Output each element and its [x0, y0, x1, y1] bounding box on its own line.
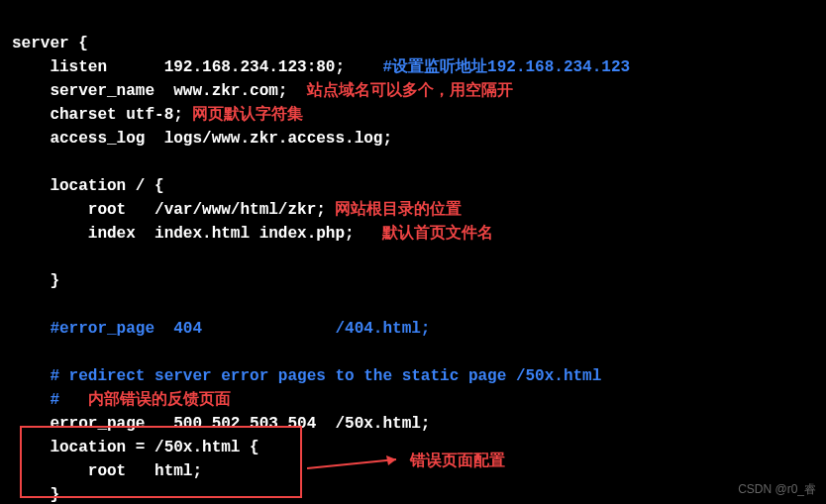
comment-listen: #设置监听地址192.168.234.123: [345, 58, 630, 76]
code-line: listen 192.168.234.123:80;: [12, 58, 345, 76]
code-line: charset utf-8;: [12, 106, 183, 124]
code-line: location / {: [12, 177, 164, 195]
code-comment-hash: #: [12, 391, 59, 409]
comment-server-name: 站点域名可以多个，用空隔开: [287, 82, 512, 100]
code-line: error_page 500 502 503 504 /50x.html;: [12, 415, 430, 433]
comment-index: 默认首页文件名: [355, 225, 494, 243]
code-line: index index.html index.php;: [12, 225, 355, 243]
code-line: server {: [12, 35, 88, 52]
code-comment: #error_page 404 /404.html;: [12, 320, 430, 338]
code-comment: # redirect server error pages to the sta…: [12, 367, 601, 385]
code-line: root /var/www/html/zkr;: [12, 201, 326, 219]
code-line: }: [12, 486, 59, 504]
nginx-config-block: server { listen 192.168.234.123:80; #设置监…: [12, 8, 814, 504]
watermark-text: CSDN @r0_睿: [738, 480, 816, 498]
code-line: access_log logs/www.zkr.access.log;: [12, 130, 392, 148]
code-line: }: [12, 272, 59, 290]
code-line: root html;: [12, 462, 202, 480]
error-page-config-label: 错误页面配置: [410, 450, 505, 473]
comment-root: 网站根目录的位置: [326, 201, 463, 219]
comment-internal-error: 内部错误的反馈页面: [59, 391, 231, 409]
code-line: server_name www.zkr.com;: [12, 82, 287, 100]
code-line: location = /50x.html {: [12, 439, 259, 456]
comment-charset: 网页默认字符集: [183, 106, 304, 124]
